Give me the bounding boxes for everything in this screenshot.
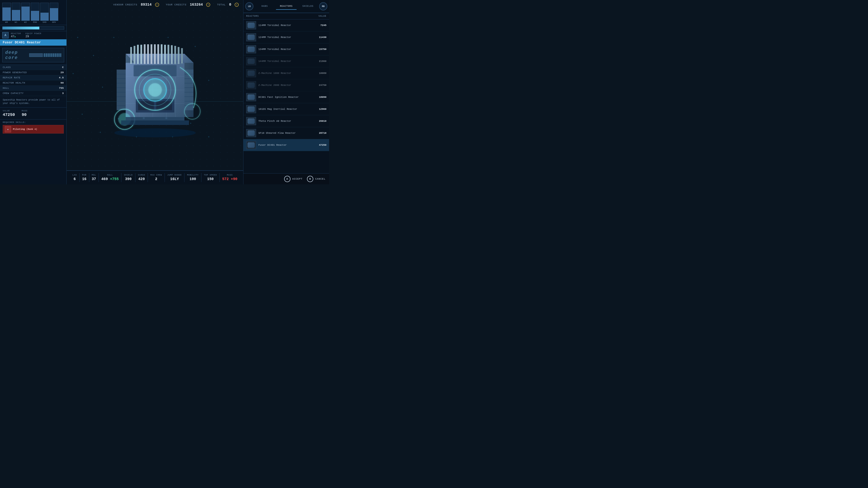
accept-button[interactable]: A ACCEPT [284,176,303,182]
bottom-stat-top-speed: TOP SPEED 150 [204,174,217,181]
svg-rect-25 [174,46,176,64]
reactor-thumb [246,93,256,101]
reactor-list-item[interactable]: DC301 Fast Ignition Reactor 18090 [243,91,329,103]
reactor-list-item[interactable]: Fusor DC401 Reactor 47250 [243,139,329,151]
reactor-item-value: 47250 [319,144,327,147]
rb-button[interactable]: RB [319,2,327,10]
required-skills: REQUIRED SKILLS: ✦ Piloting (Rank 4) [0,120,66,135]
reactor-item-value: 24750 [319,84,327,87]
equip-bar [2,26,64,30]
reactor-item-name: SF10 Sheared Flow Reactor [258,132,317,134]
power-bar-w0: W0 [2,3,11,24]
total-credits-label: TOTAL [217,3,225,6]
tab-reactors[interactable]: REACTORS [276,3,297,10]
reactor-item-name: DC301 Fast Ignition Reactor [258,96,317,98]
stat-divider [135,173,135,182]
stats-row: CLASS C [0,65,66,70]
reactors-header: REACTORS VALUE [243,13,329,20]
piloting-icon: ✦ [5,126,11,132]
reactor-model [98,36,212,144]
svg-rect-46 [133,65,177,76]
reactor-list-item[interactable]: SF10 Sheared Flow Reactor 28710 [243,127,329,139]
stat-divider [79,173,80,182]
cancel-button[interactable]: B CANCEL [307,176,326,182]
manufacturer-name: deep core [5,50,27,60]
tab-shields[interactable]: SHIELDS [298,3,318,10]
cancel-label: CANCEL [315,177,326,180]
svg-rect-12 [130,47,132,64]
your-credits-label: YOUR CREDITS [166,3,186,6]
stat-divider [219,173,220,182]
value-mass-row: VALUE 47250 MASS 90 [0,107,66,120]
total-credits-icon: ⊙ [235,3,239,7]
reactor-item-value: 26010 [319,120,327,123]
skill-name: Piloting (Rank 4) [13,128,37,131]
bottom-stat-cargo: CARGO 420 [138,174,145,181]
svg-point-0 [114,128,196,137]
reactor-list-item[interactable]: 134MM Toroidal Reactor 15750 [243,43,329,55]
reactor-info-row: A REACTOR 47▲ EQUIP POWER 29 [0,31,66,39]
power-bar-eng: ENG [31,3,39,24]
svg-rect-13 [133,46,135,64]
svg-rect-23 [167,45,169,64]
svg-rect-21 [161,44,162,64]
svg-rect-18 [151,44,152,64]
manufacturer-area: deep core [0,46,66,65]
value-item: VALUE 47250 [3,110,15,117]
left-panel: W0 W1 W2 ENG [0,0,67,184]
accept-key: A [284,176,290,182]
reactor-list-item[interactable]: Theta Pinch A9 Reactor 26010 [243,115,329,127]
reactor-item-value: 11430 [319,36,327,39]
reactor-stat-equip: EQUIP POWER 29 [26,33,41,38]
reactor-item-name: 124MM Toroidal Reactor [258,36,317,39]
svg-marker-1 [126,54,193,63]
bottom-stat-mass: MASS 572 +90 [222,174,237,181]
center-area: VENDOR CREDITS 89314 ⊙ YOUR CREDITS 1632… [67,0,243,184]
svg-rect-28 [117,70,126,110]
reactor-list-item[interactable]: 114MM Toroidal Reactor 7245 [243,20,329,31]
reactor-list-item[interactable]: Z-Machine 1000 Reactor 10080 [243,67,329,79]
reactor-item-name: 144MM Toroidal Reactor [258,60,317,63]
reactor-item-value: 18090 [319,96,327,98]
your-credits-value: 163264 [190,3,203,7]
reactor-item-name: Z-Machine 1000 Reactor [258,72,317,74]
selected-item-name: Fusor DC401 Reactor [0,39,66,46]
cancel-key: B [307,176,313,182]
reactor-list-item[interactable]: Z-Machine 2000 Reactor 24750 [243,79,329,91]
svg-rect-16 [144,44,146,64]
bottom-stat-jump-range: JUMP RANGE 16LY [167,174,182,181]
nav-tabs: LB HABS REACTORS SHIELDS RB [243,0,329,13]
reactor-class-badge: A [2,32,8,38]
your-credits-row: YOUR CREDITS 163264 ⊙ [166,3,211,7]
bottom-stat-shield: SHIELD 390 [124,174,132,181]
svg-rect-26 [178,47,180,64]
reactor-thumb [246,57,256,65]
reactor-item-value: 28710 [319,132,327,134]
reactor-item-name: 134MM Toroidal Reactor [258,48,317,51]
power-bar-shd: SHD [40,3,49,24]
svg-rect-15 [141,45,142,64]
lb-button[interactable]: LB [245,2,253,10]
reactor-stats: REACTOR 47▲ EQUIP POWER 29 [11,33,41,38]
vendor-credits-label: VENDOR CREDITS [113,3,137,6]
reactor-list-item[interactable]: 101DS Mag Inertial Reactor 12960 [243,103,329,115]
svg-rect-48 [138,101,154,110]
mass-item: MASS 90 [22,110,28,117]
reactor-list-item[interactable]: 144MM Toroidal Reactor 21960 [243,55,329,67]
reactor-item-name: Z-Machine 2000 Reactor [258,84,317,87]
tab-habs[interactable]: HABS [254,3,275,10]
svg-rect-24 [171,45,173,64]
power-bars-container: W0 W1 W2 ENG [0,0,66,25]
stats-row: REPAIR RATE 4.5 [0,75,66,80]
reactor-list-item[interactable]: 124MM Toroidal Reactor 11430 [243,31,329,43]
stat-divider [98,173,99,182]
reactor-thumb [246,45,256,53]
stat-divider [164,173,165,182]
equip-bar-container [0,25,66,31]
accept-label: ACCEPT [292,177,303,180]
stats-row: CREW CAPACITY 3 [0,91,66,96]
reactor-thumb [246,69,256,77]
stats-row: POWER GENERATED 29 [0,70,66,75]
svg-rect-27 [181,48,183,64]
reactor-thumb [246,117,256,125]
